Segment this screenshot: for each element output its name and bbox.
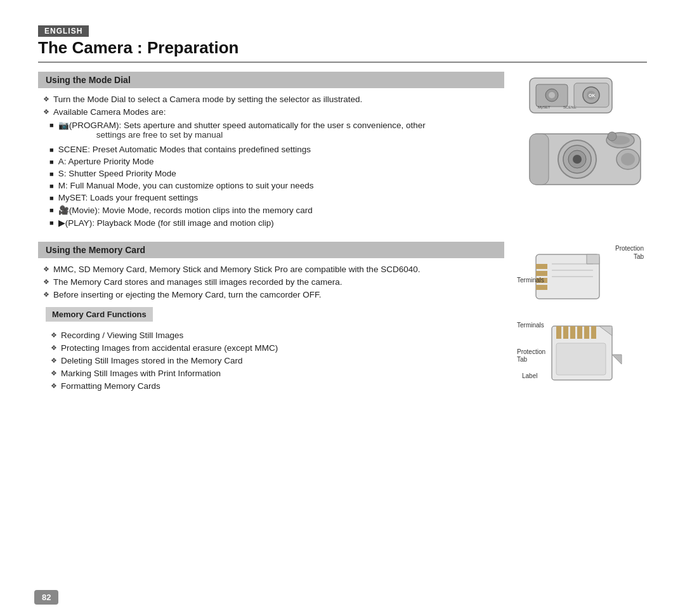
svg-rect-32 bbox=[556, 326, 561, 339]
bullet-icon: ❖ bbox=[43, 265, 49, 273]
bullet-icon: ❖ bbox=[43, 278, 49, 286]
svg-rect-23 bbox=[536, 264, 547, 269]
mode-text: A: Aperture Priority Mode bbox=[58, 157, 154, 166]
bullet-icon: ❖ bbox=[43, 95, 49, 103]
square-icon: ■ bbox=[49, 146, 54, 154]
list-item: ❖ Before inserting or ejecting the Memor… bbox=[38, 290, 504, 299]
section1-header: Using the Mode Dial bbox=[38, 72, 504, 88]
tab-label: Tab bbox=[634, 253, 644, 260]
terminals-label2: Terminals bbox=[517, 322, 544, 329]
svg-rect-24 bbox=[536, 271, 547, 276]
list-item: ❖ Formatting Memory Cards bbox=[46, 381, 504, 391]
function-text: Protecting Images from accidental erasur… bbox=[61, 343, 278, 353]
bullet-icon: ❖ bbox=[43, 291, 49, 299]
svg-rect-33 bbox=[563, 326, 568, 339]
list-item: ■ 🎥(Movie): Movie Mode, records motion c… bbox=[49, 205, 504, 215]
function-text: Marking Still Images with Print Informat… bbox=[61, 369, 221, 378]
square-icon: ■ bbox=[49, 182, 54, 190]
list-item: ❖ Protecting Images from accidental eras… bbox=[46, 343, 504, 353]
square-icon: ■ bbox=[49, 170, 54, 178]
function-text: Deleting Still Images stored in the Memo… bbox=[61, 356, 243, 365]
memcard1-diagram: Protection Tab Terminals bbox=[517, 242, 644, 311]
list-item: ■ SCENE: Preset Automatic Modes that con… bbox=[49, 145, 504, 154]
list-item: ❖ MMC, SD Memory Card, Memory Stick and … bbox=[38, 265, 504, 274]
svg-rect-20 bbox=[530, 134, 549, 185]
square-icon: ■ bbox=[49, 219, 54, 226]
protection-label: Protection bbox=[615, 245, 644, 252]
svg-marker-22 bbox=[587, 254, 599, 264]
svg-rect-37 bbox=[591, 326, 596, 339]
bullet-icon: ❖ bbox=[51, 344, 57, 352]
square-icon: ■ bbox=[49, 121, 54, 129]
square-icon: ■ bbox=[49, 206, 54, 214]
bullet-icon: ❖ bbox=[43, 108, 49, 116]
memcard2-diagram: Terminals Protection Tab Label bbox=[517, 317, 644, 390]
svg-text:MySET: MySET bbox=[538, 105, 551, 109]
square-icon: ■ bbox=[49, 158, 54, 166]
camera-body-illustration bbox=[526, 128, 647, 191]
page-title: The Camera : Preparation bbox=[38, 38, 647, 63]
list-item: ❖ Turn the Mode Dial to select a Camera … bbox=[38, 95, 504, 104]
bullet-text: MMC, SD Memory Card, Memory Stick and Me… bbox=[53, 265, 420, 274]
mode-text: 🎥(Movie): Movie Mode, records motion cli… bbox=[58, 205, 313, 215]
list-item: ❖ Available Camera Modes are: bbox=[38, 107, 504, 117]
bullet-text: Turn the Mode Dial to select a Camera mo… bbox=[53, 95, 362, 104]
list-item: ■ MySET: Loads your frequent settings bbox=[49, 193, 504, 202]
language-badge: ENGLISH bbox=[38, 25, 89, 37]
svg-point-3 bbox=[549, 92, 555, 98]
svg-point-14 bbox=[573, 155, 582, 164]
list-item: ❖ The Memory Card stores and manages sti… bbox=[38, 277, 504, 287]
tab-label2: Tab bbox=[517, 356, 527, 363]
section-memory-card: Using the Memory Card ❖ MMC, SD Memory C… bbox=[38, 242, 647, 394]
svg-marker-38 bbox=[612, 355, 622, 364]
list-item: ■ ▶(PLAY): Playback Mode (for still imag… bbox=[49, 218, 504, 228]
function-text: Formatting Memory Cards bbox=[61, 381, 160, 391]
list-item: ❖ Deleting Still Images stored in the Me… bbox=[46, 356, 504, 365]
mode-subtext: settings are free to set by manual bbox=[96, 130, 426, 140]
list-item: ❖ Marking Still Images with Print Inform… bbox=[46, 369, 504, 378]
subsection-header: Memory Card Functions bbox=[46, 307, 153, 322]
list-item: ■ A: Aperture Priority Mode bbox=[49, 157, 504, 166]
terminals-label: Terminals bbox=[517, 277, 544, 284]
svg-rect-35 bbox=[577, 326, 582, 339]
square-icon: ■ bbox=[49, 194, 54, 202]
svg-rect-36 bbox=[584, 326, 589, 339]
list-item: ■ 📷(PROGRAM): Sets aperture and shutter … bbox=[49, 120, 504, 142]
svg-text:OK: OK bbox=[589, 93, 596, 98]
label-label: Label bbox=[522, 372, 537, 379]
camera-illustrations: MySET SCENE OK bbox=[517, 72, 647, 232]
mode-text: S: Shutter Speed Priority Mode bbox=[58, 169, 176, 178]
mode-text: 📷(PROGRAM): Sets aperture and shutter sp… bbox=[58, 121, 426, 130]
memcard-illustrations: Protection Tab Terminals bbox=[517, 242, 647, 394]
svg-rect-26 bbox=[536, 285, 547, 290]
list-item: ■ S: Shutter Speed Priority Mode bbox=[49, 169, 504, 178]
mode-dial-illustration: MySET SCENE OK bbox=[526, 72, 647, 122]
list-item: ■ M: Full Manual Mode, you can customize… bbox=[49, 181, 504, 190]
mode-text: MySET: Loads your frequent settings bbox=[58, 193, 199, 202]
mode-text: SCENE: Preset Automatic Modes that conta… bbox=[58, 145, 311, 154]
svg-rect-34 bbox=[570, 326, 575, 339]
section-mode-dial: Using the Mode Dial ❖ Turn the Mode Dial… bbox=[38, 72, 647, 232]
section2-header: Using the Memory Card bbox=[38, 242, 504, 258]
bullet-icon: ❖ bbox=[51, 357, 57, 365]
modes-list: ■ 📷(PROGRAM): Sets aperture and shutter … bbox=[49, 120, 504, 228]
bullet-text: Available Camera Modes are: bbox=[53, 107, 166, 117]
svg-rect-39 bbox=[556, 343, 606, 375]
page-number: 82 bbox=[34, 590, 58, 605]
svg-point-17 bbox=[608, 132, 616, 141]
function-text: Recording / Viewing Still Images bbox=[61, 331, 183, 340]
list-item: ❖ Recording / Viewing Still Images bbox=[46, 331, 504, 340]
mode-text: ▶(PLAY): Playback Mode (for still image … bbox=[58, 218, 274, 228]
subsection-memory-functions: Memory Card Functions ❖ Recording / View… bbox=[46, 307, 504, 391]
page: ENGLISH The Camera : Preparation Using t… bbox=[0, 0, 685, 616]
svg-point-19 bbox=[621, 153, 635, 166]
mode-text: M: Full Manual Mode, you can customize o… bbox=[58, 181, 314, 190]
bullet-text: Before inserting or ejecting the Memory … bbox=[53, 290, 321, 299]
bullet-icon: ❖ bbox=[51, 331, 57, 339]
bullet-text: The Memory Card stores and manages still… bbox=[53, 277, 342, 287]
protection-label2: Protection bbox=[517, 348, 545, 355]
bullet-icon: ❖ bbox=[51, 369, 57, 377]
bullet-icon: ❖ bbox=[51, 382, 57, 390]
